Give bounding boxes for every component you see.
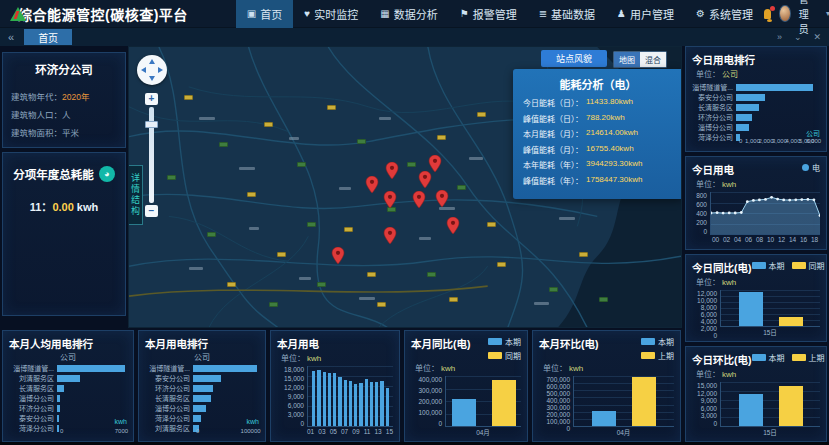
map-pin-icon[interactable]: [418, 171, 432, 193]
legend-chip-icon: [792, 354, 806, 361]
nav-item-3[interactable]: ⚑报警管理: [449, 0, 528, 28]
road-badge-icon: [477, 112, 486, 117]
nav-item-5[interactable]: ♟用户管理: [606, 0, 685, 28]
pan-up-icon: [149, 59, 155, 64]
map-pin-icon[interactable]: [383, 191, 397, 213]
bar-row[interactable]: 淄博隧道管...: [9, 363, 127, 373]
heart-icon: ♥: [304, 8, 310, 19]
bar: [365, 379, 368, 426]
bar-row[interactable]: 菏泽分公司: [145, 413, 259, 423]
user-avatar[interactable]: [779, 5, 791, 22]
bar-row[interactable]: 淄博分公司: [9, 393, 127, 403]
road-badge-icon: [344, 227, 353, 232]
legend-item[interactable]: 上期: [792, 352, 825, 363]
zoom-track[interactable]: [149, 107, 154, 203]
map-canvas[interactable]: + − 详情结构 站点风貌 地图 混合 能耗分析（电） 今日能耗（日）：1143…: [128, 46, 682, 328]
bar: [349, 381, 352, 426]
user-name[interactable]: 管理员: [799, 0, 818, 36]
popup-row: 今日能耗（日）：11433.80kwh: [523, 97, 673, 108]
panel-title: 本月用电: [277, 336, 319, 351]
bar-row[interactable]: 淄博分公司: [692, 122, 820, 132]
road-badge-icon: [167, 175, 176, 180]
bar: [380, 381, 383, 426]
bar-row[interactable]: 长清服务区: [9, 383, 127, 393]
popup-row: 本月能耗（月）：214614.00kwh: [523, 128, 673, 139]
layer-hybrid-option[interactable]: 混合: [640, 52, 666, 67]
panel-today-rank: 今日用电排行 单位：公司 淄博隧道管...泰安分公司长清服务区环济分公司淄博分公…: [685, 46, 827, 152]
map-pan-control[interactable]: [137, 55, 167, 85]
panel-month-mom: 本月环比(电) 本期上期 单位：kwh 700,000600,000500,00…: [532, 330, 681, 442]
bar-row[interactable]: 淄博分公司: [145, 403, 259, 413]
map-pin-icon[interactable]: [435, 190, 449, 212]
panel-today-yoy: 今日同比(电) 本期同期 单位：kwh 12,00010,0008,0006,0…: [685, 254, 827, 342]
bar: [370, 382, 373, 426]
map-pin-icon[interactable]: [385, 162, 399, 184]
bar-row[interactable]: 长清服务区: [692, 102, 820, 112]
legend-chip-icon: [792, 262, 806, 269]
bar: [354, 384, 357, 426]
nav-item-0[interactable]: ▣首页: [236, 0, 293, 28]
nav-item-2[interactable]: ▦数据分析: [369, 0, 448, 28]
nav-item-6[interactable]: ⚙系统管理: [685, 0, 764, 28]
legend-item[interactable]: 同期: [792, 260, 825, 271]
monitor-icon: ▣: [247, 8, 256, 19]
bar-row[interactable]: 淄博隧道管...: [692, 82, 820, 92]
bar-row[interactable]: 环济分公司: [145, 383, 259, 393]
legend-item[interactable]: 本期: [752, 260, 785, 271]
map-pin-icon[interactable]: [383, 227, 397, 249]
bar-row[interactable]: 泰安分公司: [145, 373, 259, 383]
collapse-tabs-icon[interactable]: «: [8, 32, 14, 43]
legend-item[interactable]: 本期: [488, 336, 521, 347]
month-percap-rank-chart: 公司淄博隧道管...刘清服务区长清服务区淄博分公司环济分公司泰安分公司菏泽分公司…: [9, 351, 127, 436]
month-power-bar-chart: 18,00015,00012,0009,0006,0003,0000010305…: [277, 366, 393, 436]
detail-structure-tab[interactable]: 详情结构: [129, 165, 143, 225]
bar-row[interactable]: 泰安分公司: [692, 92, 820, 102]
map-pin-icon[interactable]: [331, 247, 345, 269]
legend-chip-icon: [641, 352, 655, 359]
zoom-in-button[interactable]: +: [145, 93, 158, 105]
legend-item[interactable]: 本期: [752, 352, 785, 363]
bar: [328, 373, 331, 426]
place-label: [534, 302, 549, 305]
axis-header: 公司: [145, 351, 259, 362]
place-label: [359, 297, 375, 300]
zoom-out-button[interactable]: −: [145, 205, 158, 217]
legend-chip-icon: [752, 354, 766, 361]
legend-dot-icon: [802, 164, 809, 171]
legend-item[interactable]: 电: [802, 162, 820, 173]
legend-item[interactable]: 同期: [488, 350, 521, 361]
road-badge-icon: [297, 162, 306, 167]
panel-month-rank: 本月用电排行 公司淄博隧道管...泰安分公司环济分公司长清服务区淄博分公司菏泽分…: [138, 330, 266, 442]
bar-本期: [739, 394, 763, 426]
gear-icon: ⚙: [696, 8, 705, 19]
gauge-icon[interactable]: ◕: [99, 166, 115, 182]
bar-row[interactable]: 环济分公司: [9, 403, 127, 413]
panel-title: 今日环比(电): [692, 352, 752, 367]
road-badge-icon: [457, 185, 466, 190]
map-layer-toggle: 地图 混合: [613, 51, 667, 68]
tab-home[interactable]: 首页: [24, 29, 72, 45]
legend-item[interactable]: 本期: [641, 336, 674, 347]
map-pin-icon[interactable]: [365, 176, 379, 198]
site-view-button[interactable]: 站点风貌: [541, 50, 607, 67]
main-menu: ▣首页♥实时监控▦数据分析⚑报警管理≣基础数据♟用户管理⚙系统管理: [236, 0, 764, 28]
map-pin-icon[interactable]: [446, 217, 460, 239]
legend-item[interactable]: 上期: [641, 350, 674, 361]
bar-row[interactable]: 刘清服务区: [9, 373, 127, 383]
today-mom-bar-chart: 15,00012,0009,0006,0003,000015日: [692, 382, 820, 436]
info-field: 建筑物年代：2020年: [11, 90, 117, 102]
user-icon: ♟: [617, 8, 626, 19]
nav-item-1[interactable]: ♥实时监控: [293, 0, 369, 28]
map-zoom-slider[interactable]: + −: [145, 93, 158, 217]
layer-map-option[interactable]: 地图: [614, 52, 640, 67]
bar-row[interactable]: 环济分公司: [692, 112, 820, 122]
bar-row[interactable]: 长清服务区: [145, 393, 259, 403]
nav-item-4[interactable]: ≣基础数据: [528, 0, 606, 28]
notifications-bell-icon[interactable]: [764, 9, 771, 19]
popup-row: 峰值能耗（年）：1758447.30kwh: [523, 175, 673, 186]
map-pin-icon[interactable]: [412, 191, 426, 213]
zoom-slider-handle[interactable]: [145, 121, 158, 128]
bar-row[interactable]: 泰安分公司: [9, 413, 127, 423]
road-badge-icon: [407, 162, 416, 167]
bar-row[interactable]: 淄博隧道管...: [145, 363, 259, 373]
